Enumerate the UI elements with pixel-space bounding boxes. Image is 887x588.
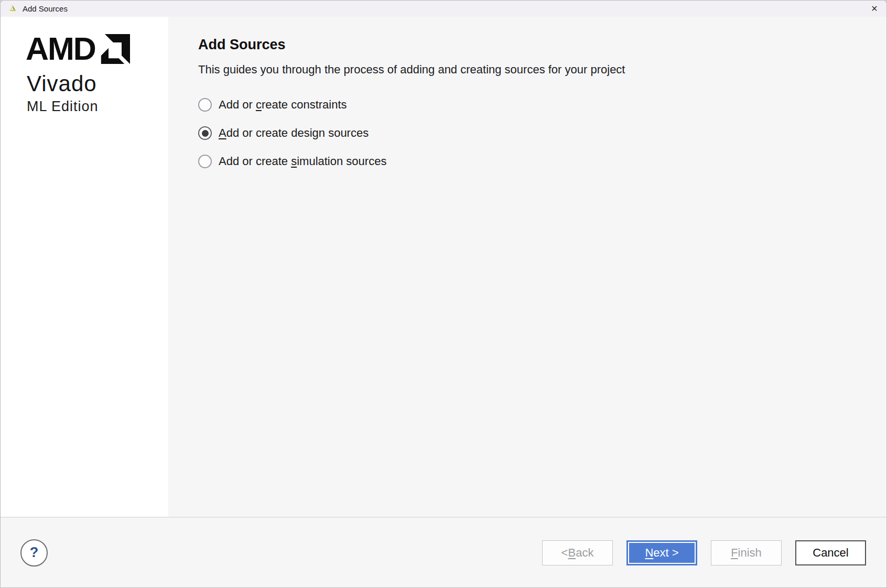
radio-circle-simulation[interactable]: [198, 155, 212, 168]
amd-logo-text: AMD: [26, 34, 95, 64]
vivado-app-icon: [8, 4, 17, 14]
label-mnemonic: s: [291, 155, 297, 168]
radio-add-design-sources[interactable]: Add or create design sources: [198, 119, 866, 147]
label-post: dd or create design sources: [226, 126, 369, 139]
radio-dot: [202, 158, 209, 165]
page-title: Add Sources: [198, 36, 866, 53]
main-content: Add Sources This guides you through the …: [168, 17, 886, 517]
close-icon[interactable]: ✕: [862, 1, 886, 17]
finish-button[interactable]: Finish: [711, 540, 782, 565]
button-mnemonic: B: [568, 546, 576, 560]
button-mnemonic: N: [645, 546, 653, 560]
page-description: This guides you through the process of a…: [198, 62, 866, 77]
button-text-post: ack: [576, 546, 593, 560]
label-mnemonic: A: [219, 126, 226, 139]
radio-label-design: Add or create design sources: [219, 126, 369, 140]
window-title: Add Sources: [23, 4, 68, 13]
source-type-radio-group: Add or create constraints Add or create …: [198, 91, 866, 176]
button-mnemonic: F: [731, 546, 738, 560]
radio-label-constraints: Add or create constraints: [219, 98, 347, 112]
amd-arrow-icon: [100, 34, 130, 64]
radio-circle-constraints[interactable]: [198, 98, 212, 112]
button-text-post: inish: [738, 546, 762, 560]
ml-edition-label: ML Edition: [27, 99, 168, 115]
radio-label-simulation: Add or create simulation sources: [219, 155, 386, 168]
label-pre: Add or: [219, 98, 256, 111]
help-button[interactable]: ?: [20, 539, 48, 567]
title-bar: Add Sources ✕: [1, 1, 886, 17]
footer-bar: ? < Back Next > Finish Cancel: [1, 517, 886, 587]
label-post: reate constraints: [262, 98, 347, 111]
amd-logo: AMD: [26, 34, 168, 64]
next-button[interactable]: Next >: [626, 540, 697, 565]
label-pre: Add or create: [219, 155, 291, 168]
label-post: imulation sources: [297, 155, 386, 168]
vivado-product-name: Vivado: [27, 73, 168, 95]
branding-panel: AMD Vivado ML Edition: [1, 17, 168, 517]
back-button[interactable]: < Back: [542, 540, 613, 565]
dialog-body: AMD Vivado ML Edition Add Sources This g…: [1, 17, 886, 517]
radio-circle-design[interactable]: [198, 126, 212, 140]
radio-dot: [202, 102, 209, 108]
cancel-button[interactable]: Cancel: [795, 540, 866, 565]
radio-dot: [202, 130, 209, 137]
button-text-pre: <: [561, 546, 568, 560]
label-mnemonic: c: [256, 98, 262, 111]
button-text-post: ext >: [653, 546, 678, 560]
radio-add-simulation-sources[interactable]: Add or create simulation sources: [198, 147, 866, 176]
radio-add-constraints[interactable]: Add or create constraints: [198, 91, 866, 119]
add-sources-wizard-dialog: Add Sources ✕ AMD Vivado ML Edition Add …: [0, 0, 887, 588]
